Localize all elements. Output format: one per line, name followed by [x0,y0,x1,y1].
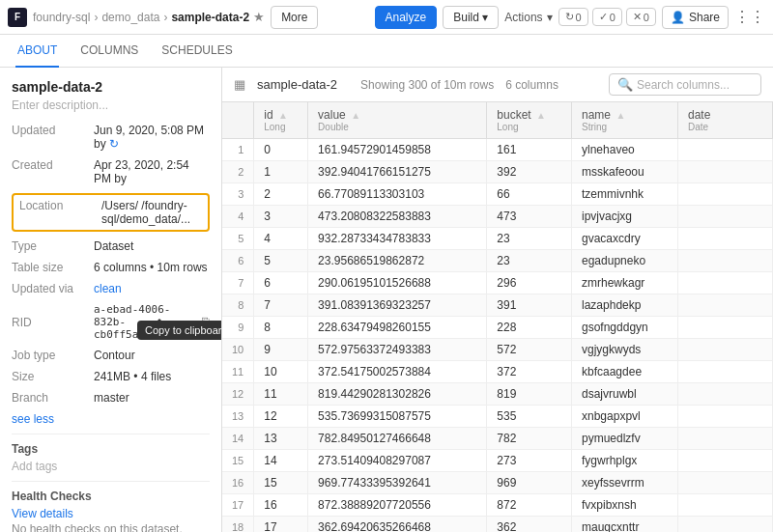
build-button[interactable]: Build ▾ [443,6,499,29]
branch-row: Branch master [12,391,210,405]
cell-value: 782.84950127466648 [308,428,487,450]
table-row: 76290.06195101526688296zmrhewkagr [222,272,773,294]
col-header-rownum [222,102,254,139]
col-header-bucket[interactable]: bucket ▲ Long [487,102,572,139]
sidebar: sample-data-2 ⚑ Report issue Enter descr… [0,68,222,532]
main-layout: sample-data-2 ⚑ Report issue Enter descr… [0,68,773,532]
cell-bucket: 535 [487,406,572,428]
tab-about[interactable]: ABOUT [15,35,59,68]
cell-value: 392.94041766151275 [308,161,487,183]
close-count: ✕ 0 [626,8,656,26]
job-type-row: Job type Contour [12,349,210,362]
search-columns-input[interactable] [637,78,753,92]
cell-name: tzemmivnhk [572,183,678,206]
search-icon: 🔍 [617,77,633,92]
cell-rownum: 18 [222,517,254,533]
cell-date [677,472,772,494]
table-row: 3266.7708911330310366tzemmivnhk [222,183,773,206]
updated-refresh-icon: ↻ [109,137,119,151]
cell-date [677,406,772,428]
cell-bucket: 296 [487,272,572,294]
data-table-container[interactable]: id ▲ Long value ▲ Double bucket ▲ Long [222,102,773,532]
share-button[interactable]: 👤 Share [662,6,729,29]
showing-rows: Showing 300 of 10m rows [360,78,494,92]
copy-tooltip: Copy to clipboard [137,321,222,340]
cell-rownum: 13 [222,406,254,428]
size-label: Size [12,370,94,383]
updated-via-label: Updated via [12,282,94,295]
cell-value: 161.94572901459858 [308,139,487,161]
size-value: 241MB • 4 files [94,370,171,383]
cell-value: 290.06195101526688 [308,272,487,294]
actions-menu[interactable]: Actions ▾ [504,11,552,24]
dataset-description[interactable]: Enter description... [12,98,210,112]
table-row: 54932.2873343478383323gvacaxcdry [222,228,773,250]
cell-id: 8 [254,317,308,339]
breadcrumb-foundry[interactable]: foundry-sql [33,11,90,24]
cell-name: egadupneko [572,250,678,272]
cell-bucket: 819 [487,383,572,406]
cell-id: 1 [254,161,308,183]
tab-schedules[interactable]: SCHEDULES [159,35,234,68]
cell-value: 228.63479498260155 [308,317,487,339]
cell-id: 5 [254,250,308,272]
see-less-link[interactable]: see less [12,412,210,426]
cell-bucket: 872 [487,494,572,517]
cell-date [677,228,772,250]
data-panel: ▦ sample-data-2 Showing 300 of 10m rows … [222,68,773,532]
col-header-id[interactable]: id ▲ Long [254,102,308,139]
updated-row: Updated Jun 9, 2020, 5:08 PM by ↻ [12,124,210,151]
health-checks-section: Health Checks View details No health che… [12,490,210,532]
add-tags-button[interactable]: Add tags [12,460,210,473]
cell-rownum: 14 [222,428,254,450]
tags-section: Tags Add tags [12,442,210,473]
cell-id: 4 [254,228,308,250]
table-row: 1312535.73699315087575535xnbgapxpvl [222,406,773,428]
breadcrumb-demo[interactable]: demo_data [101,11,159,24]
col-header-value[interactable]: value ▲ Double [308,102,487,139]
cell-id: 0 [254,139,308,161]
table-row: 1615969.77433395392641969xeyfssevrrm [222,472,773,494]
cell-id: 10 [254,361,308,383]
col-header-name[interactable]: name ▲ String [572,102,678,139]
analyze-button[interactable]: Analyze [375,6,438,29]
cell-bucket: 161 [487,139,572,161]
table-row: 21392.94041766151275392msskafeoou [222,161,773,183]
breadcrumb: foundry-sql › demo_data › sample-data-2 … [33,10,265,24]
table-row: 1514273.51409408297087273fygwrhplgx [222,450,773,472]
cell-name: gvacaxcdry [572,228,678,250]
cell-date [677,139,772,161]
app-logo: F [8,8,27,27]
more-button[interactable]: More [271,6,318,29]
table-row: 1817362.69420635266468362maugcxnttr [222,517,773,533]
check-count: ✓ 0 [592,8,622,26]
updated-via-value[interactable]: clean [94,282,122,295]
cell-name: xnbgapxpvl [572,406,678,428]
table-size-row: Table size 6 columns • 10m rows [12,261,210,274]
cell-rownum: 6 [222,250,254,272]
tab-columns[interactable]: COLUMNS [78,35,140,68]
updated-via-row: Updated via clean [12,282,210,295]
count-badges: ↻ 0 ✓ 0 ✕ 0 [558,8,656,26]
breadcrumb-current: sample-data-2 [171,11,249,24]
data-toolbar: ▦ sample-data-2 Showing 300 of 10m rows … [222,68,773,102]
rid-row: RID a-ebad-4006-832b-cb0ff5a24019 ⎘ Copy… [12,303,210,341]
favorite-icon[interactable]: ★ [253,10,265,24]
search-columns-box[interactable]: 🔍 [609,73,761,96]
cell-value: 572.97563372493383 [308,339,487,361]
cell-bucket: 372 [487,361,572,383]
table-row: 87391.08391369323257391lazaphdekp [222,294,773,317]
col-header-date[interactable]: date Date [677,102,772,139]
cell-id: 17 [254,517,308,533]
cell-rownum: 1 [222,139,254,161]
updated-value: Jun 9, 2020, 5:08 PM by ↻ [94,124,210,151]
view-details-link[interactable]: View details [12,507,210,520]
table-row: 10161.94572901459858161ylnehaveo [222,139,773,161]
cell-id: 12 [254,406,308,428]
cell-name: ipvjvacjxg [572,206,678,228]
cell-date [677,272,772,294]
type-label: Type [12,239,94,253]
grid-menu-icon[interactable]: ⋮⋮ [734,8,765,26]
job-type-label: Job type [12,349,94,362]
cell-value: 273.51409408297087 [308,450,487,472]
